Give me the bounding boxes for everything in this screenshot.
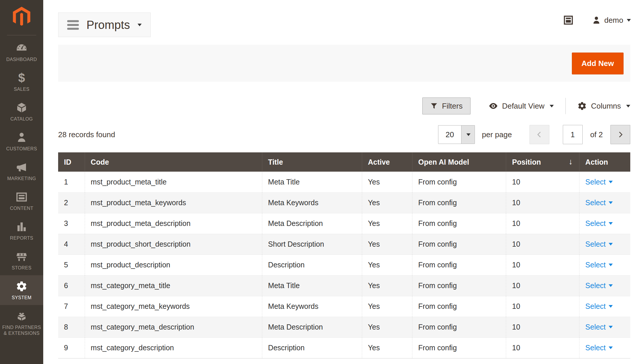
cell-model: From config: [412, 337, 506, 358]
select-action-label: Select: [585, 198, 605, 207]
cell-code: mst_product_meta_description: [85, 213, 262, 234]
select-action[interactable]: Select: [585, 323, 612, 331]
cell-code: mst_product_meta_keywords: [85, 192, 262, 213]
table-body: 1 mst_product_meta_title Meta Title Yes …: [58, 172, 630, 358]
cell-model: From config: [412, 213, 506, 234]
customers-person-icon: [15, 131, 28, 144]
username: demo: [604, 16, 623, 25]
cell-code: mst_category_meta_description: [85, 317, 262, 337]
table-row: 4 mst_product_short_description Short De…: [58, 234, 630, 255]
sidebar-item-sales[interactable]: $ SALES: [0, 67, 43, 97]
header-right: demo: [563, 15, 631, 25]
cell-id: 1: [58, 172, 85, 192]
sidebar-item-reports[interactable]: REPORTS: [0, 216, 43, 245]
table-row: 1 mst_product_meta_title Meta Title Yes …: [58, 172, 630, 192]
select-action[interactable]: Select: [585, 344, 612, 352]
columns-control[interactable]: Columns: [577, 101, 630, 111]
cell-position: 10: [506, 234, 579, 255]
cell-code: mst_product_meta_title: [85, 172, 262, 192]
cell-title: Meta Title: [262, 172, 362, 192]
reports-bars-icon: [15, 221, 28, 233]
sidebar-item-stores[interactable]: STORES: [0, 245, 43, 275]
table-row: 6 mst_category_meta_title Meta Title Yes…: [58, 275, 630, 296]
sidebar-item-content[interactable]: CONTENT: [0, 186, 43, 216]
user-caret-icon: [627, 19, 631, 22]
cell-title: Meta Title: [262, 275, 362, 296]
per-page-label: per page: [482, 130, 512, 139]
sidebar-item-customers[interactable]: CUSTOMERS: [0, 126, 43, 156]
system-gear-icon: [15, 280, 28, 292]
cell-active: Yes: [362, 192, 412, 213]
page-actions-band: Add New: [58, 45, 630, 82]
select-action-label: Select: [585, 240, 605, 248]
sidebar-item-dashboard[interactable]: DASHBOARD: [0, 37, 43, 67]
sidebar-item-find-partners[interactable]: FIND PARTNERS & EXTENSIONS: [0, 305, 43, 341]
hamburger-menu-icon[interactable]: [67, 20, 79, 30]
view-caret-icon: [550, 105, 554, 107]
prompts-grid: ID Code Title Active Open AI Model Posit…: [58, 152, 630, 358]
select-action-label: Select: [585, 178, 605, 186]
column-header-position[interactable]: Position ↓: [506, 152, 579, 172]
cell-position: 10: [506, 337, 579, 358]
cell-code: mst_product_description: [85, 255, 262, 275]
per-page-value: 20: [438, 126, 461, 144]
select-caret-icon: [609, 181, 613, 183]
cell-id: 5: [58, 255, 85, 275]
sidebar-item-label: FIND PARTNERS & EXTENSIONS: [2, 325, 41, 336]
layout-grid-icon[interactable]: [563, 15, 573, 25]
previous-page-button[interactable]: [530, 125, 549, 144]
sidebar-item-label: CATALOG: [11, 116, 33, 122]
column-header-code[interactable]: Code: [85, 152, 262, 172]
cell-action: Select: [579, 213, 630, 234]
select-action[interactable]: Select: [585, 240, 612, 248]
per-page-caret-icon: [461, 126, 475, 144]
cell-id: 8: [58, 317, 85, 337]
page-number-input[interactable]: [563, 125, 583, 144]
select-action[interactable]: Select: [585, 219, 612, 228]
select-caret-icon: [609, 264, 613, 266]
column-header-active[interactable]: Active: [362, 152, 412, 172]
pagination: 20 per page of 2: [438, 125, 630, 144]
sidebar-item-marketing[interactable]: MARKETING: [0, 156, 43, 186]
grid-content: Filters Default View Columns 28 records …: [58, 97, 630, 358]
cell-id: 3: [58, 213, 85, 234]
extensions-brick-icon: [15, 310, 28, 322]
sidebar-item-label: CUSTOMERS: [6, 146, 37, 152]
cell-title: Meta Description: [262, 213, 362, 234]
cell-position: 10: [506, 317, 579, 337]
content-layout-icon: [15, 191, 28, 203]
sidebar-item-catalog[interactable]: CATALOG: [0, 97, 43, 126]
select-action[interactable]: Select: [585, 178, 612, 186]
select-action[interactable]: Select: [585, 302, 612, 311]
select-action[interactable]: Select: [585, 198, 612, 207]
chevron-right-icon: [617, 131, 624, 138]
records-count: 28 records found: [58, 130, 115, 139]
cell-active: Yes: [362, 172, 412, 192]
filters-button[interactable]: Filters: [422, 97, 471, 114]
sidebar-divider: [7, 35, 36, 35]
cell-position: 10: [506, 192, 579, 213]
column-header-id[interactable]: ID: [58, 152, 85, 172]
sidebar-item-system[interactable]: SYSTEM: [0, 275, 43, 305]
per-page-select[interactable]: 20: [438, 125, 475, 144]
sidebar-item-label: SYSTEM: [12, 295, 32, 301]
sidebar: DASHBOARD $ SALES CATALOG CUSTOMERS: [0, 0, 43, 364]
select-caret-icon: [609, 284, 613, 287]
user-menu[interactable]: demo: [592, 16, 631, 25]
default-view-control[interactable]: Default View: [489, 101, 554, 111]
chevron-left-icon: [536, 131, 543, 138]
sidebar-item-label: REPORTS: [10, 235, 33, 241]
columns-label: Columns: [591, 102, 621, 111]
cell-model: From config: [412, 234, 506, 255]
column-header-action[interactable]: Action: [579, 152, 630, 172]
cell-title: Description: [262, 255, 362, 275]
select-action[interactable]: Select: [585, 281, 612, 290]
cell-action: Select: [579, 255, 630, 275]
magento-logo-icon[interactable]: [11, 6, 32, 27]
select-action[interactable]: Select: [585, 261, 612, 269]
next-page-button[interactable]: [610, 125, 630, 144]
add-new-button[interactable]: Add New: [572, 53, 624, 74]
column-header-title[interactable]: Title: [262, 152, 362, 172]
page-title-box[interactable]: Prompts: [58, 13, 151, 37]
column-header-model[interactable]: Open AI Model: [412, 152, 506, 172]
